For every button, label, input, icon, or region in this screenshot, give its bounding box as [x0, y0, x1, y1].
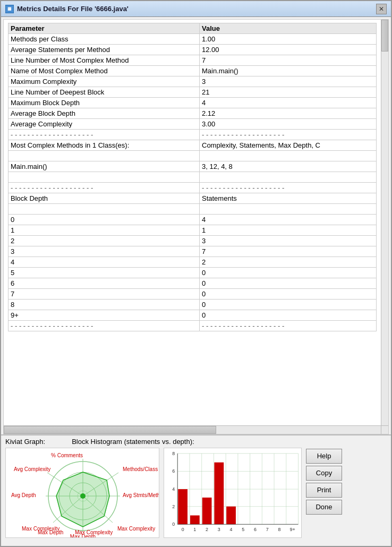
table-row: Name of Most Complex MethodMain.main() — [8, 66, 377, 76]
divider-row-1: - - - - - - - - - - - - - - - - - - - - … — [8, 130, 377, 140]
table-row: Average Statements per Method12.00 — [8, 45, 377, 55]
method-row: Main.main()3, 12, 4, 8 — [8, 161, 377, 172]
svg-text:4: 4 — [230, 527, 233, 532]
scroll-panel: Parameter Value Methods per Class1.00Ave… — [3, 19, 389, 434]
kiviat-max-complexity-label: Max Complexity — [75, 529, 113, 535]
svg-text:5: 5 — [242, 527, 244, 532]
svg-text:4: 4 — [172, 486, 175, 492]
table-row: Line Number of Deepest Block21 — [8, 87, 377, 98]
col-value-header: Value — [200, 23, 377, 34]
scrollbar-thumb-h[interactable] — [4, 426, 216, 434]
svg-text:Avg Complexity: Avg Complexity — [14, 466, 50, 472]
svg-text:0: 0 — [182, 527, 184, 532]
kiviat-svg: % Comments Methods/Class Avg Stmts/Metho… — [6, 448, 159, 538]
block-depth-header: Block DepthStatements — [8, 193, 377, 204]
depth-row: 70 — [8, 289, 377, 300]
side-buttons: Help Copy Print Done — [306, 448, 342, 544]
svg-rect-46 — [226, 507, 236, 525]
empty-row-2 — [8, 172, 377, 183]
kiviat-graph: % Comments Methods/Class Avg Stmts/Metho… — [5, 448, 159, 538]
histogram-label: Block Histogram (statements vs. depth): — [72, 438, 194, 446]
complex-methods-header: Most Complex Methods in 1 Class(es):Comp… — [8, 140, 377, 151]
svg-rect-37 — [190, 515, 200, 524]
svg-text:Avg Stmts/Method: Avg Stmts/Method — [123, 492, 159, 498]
print-button[interactable]: Print — [306, 483, 342, 498]
svg-text:0: 0 — [172, 522, 175, 527]
table-row: Methods per Class1.00 — [8, 34, 377, 45]
main-window: ▦ Metrics Details For File '6666.java' ✕… — [0, 0, 392, 547]
scrollbar-corner — [381, 425, 388, 434]
title-bar: ▦ Metrics Details For File '6666.java' ✕ — [1, 1, 391, 17]
metrics-table: Parameter Value Methods per Class1.00Ave… — [8, 23, 377, 331]
table-row: Line Number of Most Complex Method7 — [8, 55, 377, 66]
divider-row-2: - - - - - - - - - - - - - - - - - - - - … — [8, 183, 377, 193]
svg-text:3: 3 — [218, 527, 220, 532]
vertical-scrollbar[interactable] — [381, 20, 388, 425]
svg-text:2: 2 — [206, 527, 208, 532]
horizontal-scrollbar[interactable] — [4, 425, 381, 434]
svg-rect-40 — [202, 498, 212, 524]
svg-text:% Comments: % Comments — [51, 452, 83, 458]
copy-button[interactable]: Copy — [306, 466, 342, 481]
svg-text:9+: 9+ — [290, 527, 295, 532]
close-button[interactable]: ✕ — [376, 4, 387, 14]
depth-row: 42 — [8, 257, 377, 268]
scrollbar-thumb-v[interactable] — [381, 20, 388, 52]
content-area: Parameter Value Methods per Class1.00Ave… — [1, 17, 391, 546]
empty-row-3 — [8, 204, 377, 215]
depth-row: 04 — [8, 215, 377, 225]
depth-row: 23 — [8, 236, 377, 246]
depth-row: 80 — [8, 300, 377, 310]
table-row: Maximum Block Depth4 — [8, 98, 377, 108]
done-button[interactable]: Done — [306, 500, 342, 515]
block-histogram: 0 2 4 6 8 — [164, 448, 302, 538]
table-row: Maximum Complexity3 — [8, 76, 377, 87]
bottom-header: Kiviat Graph: Block Histogram (statement… — [1, 435, 391, 446]
svg-text:Methods/Class: Methods/Class — [123, 466, 158, 472]
scroll-content: Parameter Value Methods per Class1.00Ave… — [4, 20, 381, 425]
svg-text:6: 6 — [172, 468, 175, 474]
svg-text:2: 2 — [172, 504, 175, 509]
window-title: Metrics Details For File '6666.java' — [17, 5, 376, 13]
bottom-panel: Kiviat Graph: Block Histogram (statement… — [1, 434, 391, 546]
svg-text:6: 6 — [254, 527, 257, 532]
svg-text:7: 7 — [266, 527, 269, 532]
svg-rect-34 — [178, 489, 188, 524]
svg-text:8: 8 — [172, 451, 175, 456]
help-button[interactable]: Help — [306, 449, 342, 464]
window-icon: ▦ — [5, 5, 14, 13]
histogram-svg: 0 2 4 6 8 — [164, 448, 301, 537]
svg-point-14 — [80, 493, 86, 499]
kiviat-label: Kiviat Graph: — [5, 438, 45, 446]
svg-rect-43 — [214, 463, 224, 525]
table-row: Average Block Depth2.12 — [8, 108, 377, 119]
kiviat-max-depth-label: Max Depth — [38, 529, 63, 535]
depth-row: 37 — [8, 246, 377, 257]
depth-row: 50 — [8, 268, 377, 278]
bottom-content: % Comments Methods/Class Avg Stmts/Metho… — [1, 446, 391, 546]
depth-row: 60 — [8, 278, 377, 289]
svg-text:8: 8 — [278, 527, 280, 532]
svg-text:Max Complexity: Max Complexity — [117, 526, 155, 532]
depth-row: 9+0 — [8, 310, 377, 321]
depth-row: 11 — [8, 225, 377, 236]
empty-row — [8, 151, 377, 161]
svg-text:Avg Depth: Avg Depth — [11, 492, 36, 498]
svg-text:1: 1 — [193, 527, 196, 532]
divider-row-3: - - - - - - - - - - - - - - - - - - - - … — [8, 321, 377, 331]
col-param-header: Parameter — [8, 23, 200, 34]
table-row: Average Complexity3.00 — [8, 119, 377, 130]
